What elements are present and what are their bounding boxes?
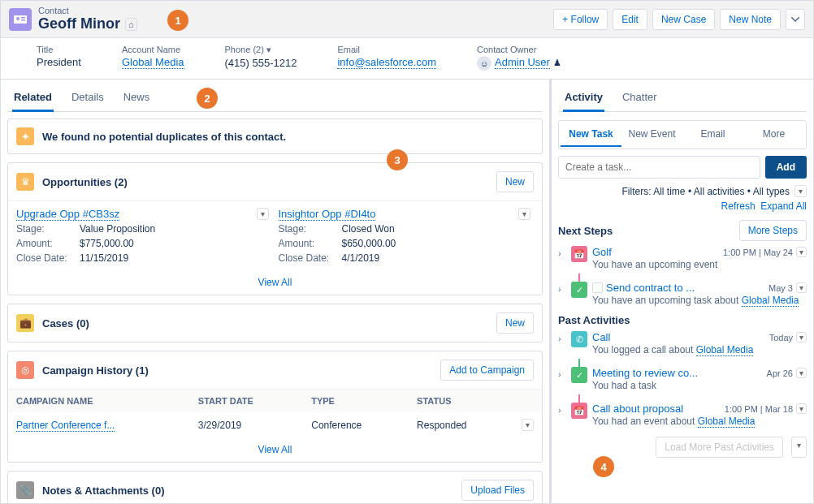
- related-link[interactable]: Global Media: [742, 295, 799, 307]
- activity-menu-button[interactable]: ▾: [796, 332, 807, 342]
- add-to-campaign-button[interactable]: Add to Campaign: [440, 360, 534, 381]
- expand-icon[interactable]: ›: [558, 334, 566, 343]
- related-link[interactable]: Global Media: [696, 344, 754, 356]
- amount-label: Amount:: [279, 238, 342, 249]
- expand-icon[interactable]: ›: [558, 369, 566, 379]
- close-label: Close Date:: [279, 252, 342, 264]
- activity-subtitle: You had a task: [592, 380, 807, 391]
- next-steps-title: Next Steps: [558, 225, 733, 237]
- change-owner-icon[interactable]: ♟: [553, 58, 561, 67]
- tab-news[interactable]: News: [122, 84, 152, 111]
- row-menu-button[interactable]: ▾: [522, 419, 534, 431]
- activity-menu-button[interactable]: ▾: [796, 282, 807, 293]
- subtab-email[interactable]: Email: [682, 123, 743, 147]
- edit-button[interactable]: Edit: [613, 9, 647, 30]
- subtab-more[interactable]: More: [743, 123, 804, 147]
- callout-4: 4: [593, 456, 614, 477]
- load-more-menu-button[interactable]: ▾: [791, 437, 807, 458]
- email-link[interactable]: info@salesforce.com: [337, 56, 436, 69]
- stage-label: Stage:: [16, 223, 80, 235]
- more-steps-button[interactable]: More Steps: [739, 220, 807, 241]
- stage-value: Value Proposition: [80, 223, 155, 235]
- activity-subtitle: You logged a call about Global Media: [592, 344, 807, 355]
- expand-icon[interactable]: ›: [558, 405, 566, 415]
- opportunities-title: Opportunities (2): [42, 176, 488, 188]
- cell-type: Conference: [303, 412, 409, 437]
- create-task-input[interactable]: [558, 156, 760, 179]
- subtab-new-event[interactable]: New Event: [621, 123, 682, 147]
- activity-title[interactable]: Call: [592, 331, 610, 343]
- related-link[interactable]: Global Media: [698, 416, 756, 428]
- activity-meta: May 3: [769, 283, 793, 293]
- opp-menu-button[interactable]: ▾: [257, 208, 269, 220]
- owner-link[interactable]: Admin User: [495, 56, 550, 69]
- refresh-link[interactable]: Refresh: [721, 200, 756, 212]
- activity-subtitle: You had an event about Global Media: [592, 416, 807, 427]
- record-name: Geoff Minor: [38, 15, 120, 32]
- event-icon: 📅: [571, 403, 587, 419]
- event-icon: 📅: [571, 246, 587, 262]
- svg-rect-2: [21, 17, 25, 19]
- activity-title[interactable]: Call about proposal: [592, 403, 683, 415]
- filters-text: Filters: All time • All activities • All…: [622, 186, 790, 197]
- new-note-button[interactable]: New Note: [720, 9, 781, 30]
- amount-value: $650,000.00: [342, 238, 396, 249]
- activity-title[interactable]: Golf: [592, 246, 612, 258]
- title-label: Title: [37, 45, 81, 54]
- case-icon: 💼: [16, 314, 34, 332]
- new-case-button[interactable]: New: [496, 312, 534, 334]
- campaign-title: Campaign History (1): [42, 364, 432, 377]
- expand-icon[interactable]: ›: [558, 248, 566, 258]
- new-opportunity-button[interactable]: New: [496, 171, 534, 192]
- cases-title: Cases (0): [42, 317, 488, 330]
- callout-3: 3: [387, 149, 408, 170]
- activity-meta: Apr 26: [767, 368, 793, 378]
- opportunity-link[interactable]: Upgrade Opp #CB3sz: [16, 208, 119, 221]
- close-value: 11/15/2019: [80, 252, 128, 264]
- subtab-new-task[interactable]: New Task: [561, 123, 621, 147]
- tab-related[interactable]: Related: [12, 84, 54, 111]
- title-value: President: [37, 56, 81, 68]
- chevron-down-icon[interactable]: ▾: [266, 45, 271, 54]
- activity-meta: 1:00 PM | Mar 18: [725, 404, 793, 414]
- opportunity-icon: ♛: [16, 173, 34, 191]
- activity-menu-button[interactable]: ▾: [796, 247, 807, 257]
- activity-meta: 1:00 PM | May 24: [723, 248, 793, 257]
- campaign-link[interactable]: Partner Conference f...: [16, 420, 115, 432]
- account-link[interactable]: Global Media: [122, 56, 184, 69]
- activity-meta: Today: [769, 333, 793, 342]
- svg-point-1: [16, 17, 19, 20]
- owner-label: Contact Owner: [477, 45, 561, 54]
- activity-title[interactable]: Meeting to review co...: [592, 367, 698, 379]
- col-status: STATUS: [409, 390, 513, 412]
- upload-files-button[interactable]: Upload Files: [461, 480, 534, 501]
- activity-menu-button[interactable]: ▾: [796, 403, 807, 414]
- opportunity-link[interactable]: Insightor Opp #DI4to: [279, 208, 376, 221]
- new-case-button[interactable]: New Case: [652, 9, 715, 30]
- expand-all-link[interactable]: Expand All: [760, 200, 807, 212]
- follow-button[interactable]: Follow: [553, 9, 608, 30]
- task-icon: ✓: [571, 367, 587, 383]
- tab-details[interactable]: Details: [70, 84, 106, 111]
- more-actions-button[interactable]: [786, 9, 805, 30]
- stage-value: Closed Won: [342, 223, 395, 235]
- expand-icon[interactable]: ›: [558, 284, 566, 294]
- add-task-button[interactable]: Add: [765, 156, 807, 179]
- callout-1: 1: [167, 10, 188, 31]
- hierarchy-icon[interactable]: ⌂: [125, 18, 137, 31]
- load-more-button[interactable]: Load More Past Activities: [656, 437, 783, 458]
- view-all-opportunities[interactable]: View All: [8, 270, 542, 295]
- activity-title[interactable]: Send contract to ...: [606, 282, 695, 294]
- task-checkbox[interactable]: [592, 282, 603, 293]
- tab-activity[interactable]: Activity: [563, 84, 604, 111]
- filter-menu-button[interactable]: ▾: [795, 185, 807, 197]
- email-label: Email: [337, 45, 436, 54]
- activity-menu-button[interactable]: ▾: [796, 368, 807, 378]
- notes-title: Notes & Attachments (0): [42, 485, 453, 497]
- amount-label: Amount:: [16, 238, 80, 249]
- view-all-campaigns[interactable]: View All: [8, 437, 542, 462]
- tab-chatter[interactable]: Chatter: [621, 84, 659, 111]
- phone-label: Phone (2) ▾: [225, 45, 297, 55]
- task-icon: ✓: [571, 282, 587, 298]
- opp-menu-button[interactable]: ▾: [518, 208, 530, 220]
